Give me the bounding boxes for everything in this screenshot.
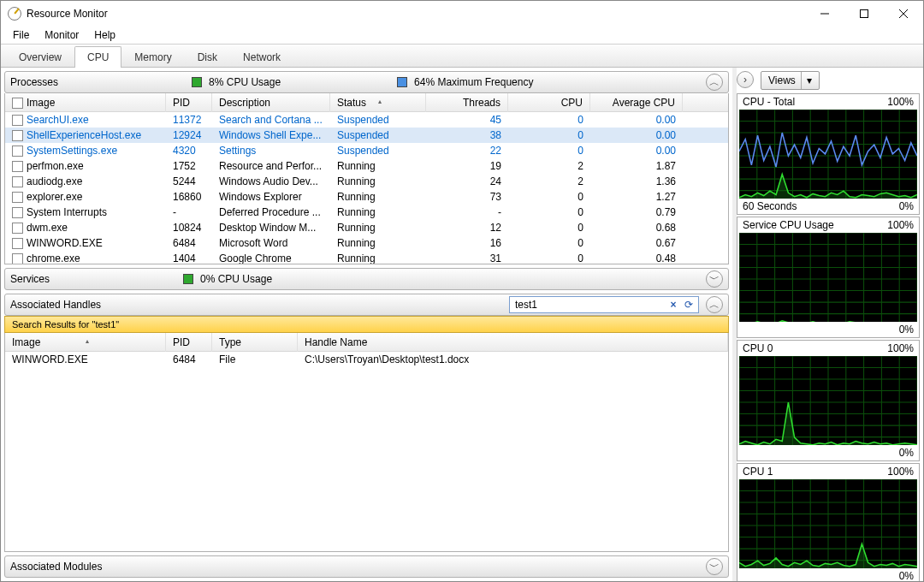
tab-row: Overview CPU Memory Disk Network bbox=[1, 44, 923, 68]
table-row[interactable]: SearchUI.exe11372Search and Cortana ...S… bbox=[5, 112, 728, 128]
main-area: Processes 8% CPU Usage 64% Maximum Frequ… bbox=[1, 68, 923, 581]
table-row[interactable]: perfmon.exe1752Resource and Perfor...Run… bbox=[5, 158, 728, 174]
cell-image: perfmon.exe bbox=[5, 160, 166, 172]
table-row[interactable]: SystemSettings.exe4320SettingsSuspended2… bbox=[5, 143, 728, 158]
chart-title: CPU - Total bbox=[743, 96, 795, 108]
hcol-image[interactable]: Image▴ bbox=[5, 333, 166, 352]
cell-status: Suspended bbox=[330, 145, 426, 157]
cell-threads: 24 bbox=[426, 175, 508, 187]
handles-collapse-button[interactable]: ︿ bbox=[706, 296, 723, 313]
processes-header[interactable]: Processes 8% CPU Usage 64% Maximum Frequ… bbox=[4, 71, 729, 93]
processes-table[interactable]: Image PID Description Status▴ Threads CP… bbox=[4, 93, 729, 264]
handles-thead: Image▴ PID Type Handle Name bbox=[5, 333, 728, 352]
menu-help[interactable]: Help bbox=[87, 27, 122, 43]
cell-threads: 73 bbox=[426, 191, 508, 203]
charts-collapse-button[interactable]: › bbox=[737, 71, 754, 88]
cell-threads: 19 bbox=[426, 160, 508, 172]
col-desc[interactable]: Description bbox=[212, 93, 330, 112]
maximize-button[interactable] bbox=[844, 1, 884, 27]
max-freq-chip-icon bbox=[397, 77, 407, 87]
modules-header[interactable]: Associated Modules ﹀ bbox=[4, 555, 729, 578]
handles-search-input[interactable] bbox=[512, 299, 666, 311]
col-image[interactable]: Image bbox=[5, 93, 166, 112]
row-checkbox[interactable] bbox=[12, 176, 23, 187]
table-row[interactable]: WINWORD.EXE6484FileC:\Users\Troyan\Deskt… bbox=[5, 352, 728, 367]
cell-status: Running bbox=[330, 175, 426, 187]
tab-cpu[interactable]: CPU bbox=[74, 46, 121, 68]
row-checkbox[interactable] bbox=[12, 161, 23, 172]
cell-image: WINWORD.EXE bbox=[5, 353, 166, 365]
chart-footer-right: 0% bbox=[899, 200, 914, 212]
col-cpu[interactable]: CPU bbox=[508, 93, 590, 112]
table-row[interactable]: System Interrupts-Deferred Procedure ...… bbox=[5, 205, 728, 220]
cell-cpu: 0 bbox=[508, 191, 590, 203]
chart-footer-left: 60 Seconds bbox=[743, 200, 797, 212]
modules-expand-button[interactable]: ﹀ bbox=[706, 558, 723, 575]
cpu-usage-label: 8% CPU Usage bbox=[209, 76, 281, 88]
services-header[interactable]: Services 0% CPU Usage ﹀ bbox=[4, 268, 729, 290]
menu-file[interactable]: File bbox=[6, 27, 36, 43]
cell-threads: 45 bbox=[426, 114, 508, 126]
row-checkbox[interactable] bbox=[12, 192, 23, 203]
chart-cpu-total: CPU - Total100%60 Seconds0% bbox=[737, 93, 920, 215]
max-freq-label: 64% Maximum Frequency bbox=[414, 76, 533, 88]
services-expand-button[interactable]: ﹀ bbox=[706, 270, 723, 288]
menu-monitor[interactable]: Monitor bbox=[38, 27, 86, 43]
table-row[interactable]: explorer.exe16860Windows ExplorerRunning… bbox=[5, 189, 728, 205]
cell-avgcpu: 1.27 bbox=[590, 191, 683, 203]
col-threads[interactable]: Threads bbox=[426, 93, 508, 112]
cell-desc: Windows Audio Dev... bbox=[212, 175, 330, 187]
cell-pid: 10824 bbox=[166, 222, 212, 234]
cell-image: ShellExperienceHost.exe bbox=[5, 129, 166, 141]
right-toolbar: › Views ▾ bbox=[737, 71, 920, 90]
chart-canvas bbox=[739, 233, 917, 322]
table-row[interactable]: audiodg.exe5244Windows Audio Dev...Runni… bbox=[5, 174, 728, 189]
col-pid[interactable]: PID bbox=[166, 93, 212, 112]
chart-cpu-1: CPU 1100%0% bbox=[737, 463, 920, 581]
handles-section: Associated Handles × ⟳ ︿ Search Results … bbox=[4, 294, 729, 552]
cell-threads: 12 bbox=[426, 222, 508, 234]
hcol-type[interactable]: Type bbox=[212, 333, 298, 352]
cell-avgcpu: 0.68 bbox=[590, 222, 683, 234]
col-status[interactable]: Status▴ bbox=[330, 93, 426, 112]
refresh-search-button[interactable]: ⟳ bbox=[681, 297, 696, 312]
cell-pid: 16860 bbox=[166, 191, 212, 203]
col-avgcpu[interactable]: Average CPU bbox=[590, 93, 683, 112]
window-title: Resource Monitor bbox=[27, 8, 805, 20]
processes-collapse-button[interactable]: ︿ bbox=[706, 74, 723, 91]
hcol-handle[interactable]: Handle Name bbox=[298, 333, 728, 352]
chart-top-label: 100% bbox=[887, 342, 914, 354]
chart-title: CPU 1 bbox=[743, 466, 773, 478]
chevron-up-icon: ︿ bbox=[709, 298, 720, 312]
row-checkbox[interactable] bbox=[12, 253, 23, 264]
row-checkbox[interactable] bbox=[12, 207, 23, 218]
row-checkbox[interactable] bbox=[12, 223, 23, 234]
row-checkbox[interactable] bbox=[12, 130, 23, 141]
minimize-button[interactable] bbox=[805, 1, 844, 27]
views-button[interactable]: Views ▾ bbox=[761, 71, 820, 90]
handles-header[interactable]: Associated Handles × ⟳ ︿ bbox=[4, 294, 729, 316]
cell-avgcpu: 0.67 bbox=[590, 237, 683, 249]
table-row[interactable]: dwm.exe10824Desktop Window M...Running12… bbox=[5, 220, 728, 235]
table-row[interactable]: chrome.exe1404Google ChromeRunning3100.4… bbox=[5, 251, 728, 264]
row-checkbox[interactable] bbox=[12, 146, 23, 157]
tab-overview[interactable]: Overview bbox=[6, 46, 74, 68]
hcol-pid[interactable]: PID bbox=[166, 333, 212, 352]
modules-title: Associated Modules bbox=[10, 561, 102, 573]
tab-disk[interactable]: Disk bbox=[185, 46, 230, 68]
tab-network[interactable]: Network bbox=[230, 46, 293, 68]
row-checkbox[interactable] bbox=[12, 115, 23, 126]
table-row[interactable]: WINWORD.EXE6484Microsoft WordRunning1600… bbox=[5, 235, 728, 251]
checkbox-all[interactable] bbox=[12, 98, 23, 109]
handles-table[interactable]: Image▴ PID Type Handle Name WINWORD.EXE6… bbox=[4, 333, 729, 552]
chart-footer-right: 0% bbox=[899, 324, 914, 336]
cell-avgcpu: 0.00 bbox=[590, 145, 683, 157]
table-row[interactable]: ShellExperienceHost.exe12924Windows Shel… bbox=[5, 128, 728, 143]
cell-image: dwm.exe bbox=[5, 222, 166, 234]
cell-avgcpu: 0.00 bbox=[590, 129, 683, 141]
chevron-right-icon: › bbox=[743, 74, 747, 86]
close-button[interactable] bbox=[884, 1, 923, 27]
clear-search-button[interactable]: × bbox=[666, 297, 681, 312]
tab-memory[interactable]: Memory bbox=[121, 46, 184, 68]
row-checkbox[interactable] bbox=[12, 238, 23, 249]
